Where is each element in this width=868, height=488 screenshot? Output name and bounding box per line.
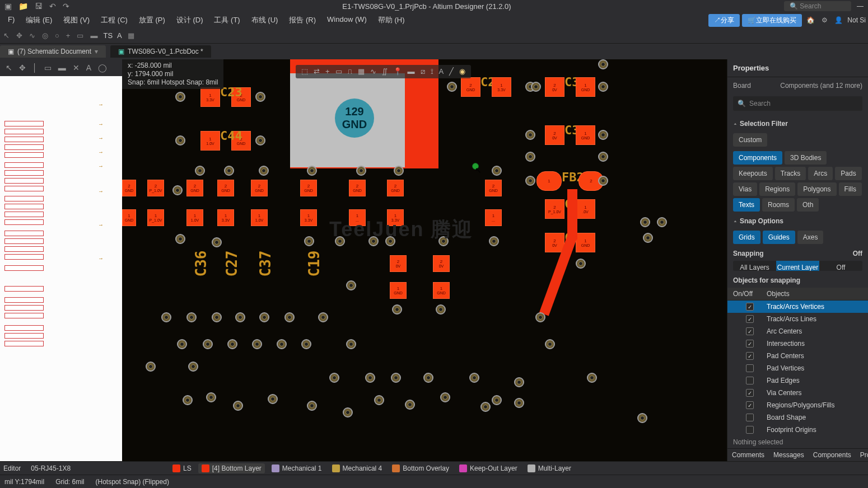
via[interactable] <box>346 280 356 290</box>
via[interactable] <box>206 392 216 402</box>
via[interactable] <box>640 217 650 227</box>
via[interactable] <box>598 59 608 69</box>
via[interactable] <box>525 152 535 162</box>
ab-meas-icon[interactable]: ⟟ <box>431 67 433 76</box>
tool-via[interactable]: ◎ <box>41 30 49 41</box>
via[interactable] <box>203 339 213 349</box>
snap-axes[interactable]: Axes <box>797 231 824 244</box>
ab-layer-icon[interactable]: ▬ <box>408 67 415 76</box>
scope-detail[interactable]: Components (and 12 more) <box>780 82 862 90</box>
section-snap-options[interactable]: Snap Options <box>727 214 868 228</box>
pad[interactable]: 13.3V <box>300 209 317 226</box>
pad[interactable]: 2GND <box>251 180 268 196</box>
paneltab-messages[interactable]: Messages <box>769 449 809 461</box>
via[interactable] <box>186 312 197 322</box>
ab-dot-icon[interactable]: ◉ <box>459 67 465 76</box>
ab-sel-icon[interactable]: ⬚ <box>301 67 308 76</box>
gear-icon[interactable]: ⚙ <box>819 16 830 24</box>
layer-keep-out-layer[interactable]: Keep-Out Layer <box>456 463 521 473</box>
via[interactable] <box>576 259 586 269</box>
snapobj-arc-centers[interactable]: Arc Centers <box>727 325 868 337</box>
via[interactable] <box>356 166 366 176</box>
via[interactable] <box>525 130 535 140</box>
minimize-icon[interactable]: — <box>857 2 864 10</box>
pad[interactable]: 13.3V <box>492 77 511 97</box>
pad[interactable]: 1GND <box>433 282 450 299</box>
via[interactable] <box>161 312 171 322</box>
via[interactable] <box>365 373 375 383</box>
chevron-down-icon[interactable]: ▾ <box>95 48 98 55</box>
via[interactable] <box>301 339 311 349</box>
props-search[interactable]: 🔍 Search <box>733 96 862 111</box>
via[interactable] <box>195 166 205 176</box>
pad[interactable]: 13.3V <box>217 209 234 226</box>
via[interactable] <box>277 339 287 349</box>
pad[interactable]: 1 <box>536 171 562 191</box>
snaptab-current-layer[interactable]: Current Layer <box>776 261 819 271</box>
filter-fills[interactable]: Fills <box>839 182 862 196</box>
tool-move[interactable]: ✥ <box>15 30 24 41</box>
pad[interactable]: 1... <box>485 209 502 226</box>
snapobj-pad-centers[interactable]: Pad Centers <box>727 350 868 362</box>
menu-tools[interactable]: 工具 (T) <box>208 13 245 27</box>
sch-text-icon[interactable]: A <box>86 63 91 72</box>
filter-arcs[interactable]: Arcs <box>808 167 833 180</box>
tool-rect[interactable]: ▭ <box>76 30 85 41</box>
via[interactable] <box>318 312 328 322</box>
via[interactable] <box>531 82 541 92</box>
save-icon[interactable]: 🖫 <box>35 2 43 11</box>
ab-filter-icon[interactable]: ⇄ <box>314 67 320 76</box>
via[interactable] <box>643 233 653 243</box>
ab-rect-icon[interactable]: ▭ <box>335 67 342 76</box>
via[interactable] <box>405 400 415 410</box>
ab-text-icon[interactable]: A <box>439 67 444 76</box>
via[interactable] <box>343 407 353 417</box>
layer-mechanical-1[interactable]: Mechanical 1 <box>268 463 325 473</box>
via[interactable] <box>598 82 608 92</box>
via[interactable] <box>492 395 502 405</box>
tab-schematic[interactable]: ▣ (7) Schematic Document ▾ <box>0 45 106 58</box>
pad[interactable]: 13.3V <box>200 87 220 107</box>
filter-vias[interactable]: Vias <box>733 182 757 196</box>
via[interactable] <box>146 362 156 372</box>
pad[interactable]: 2GND <box>349 180 366 196</box>
pad[interactable]: 20V <box>390 255 407 272</box>
buy-button[interactable]: 🛒立即在线购买 <box>742 14 802 27</box>
ab-diff-icon[interactable]: ∬ <box>382 67 388 76</box>
snaptab-off[interactable]: Off <box>819 261 862 271</box>
via[interactable] <box>374 395 384 405</box>
via[interactable] <box>587 373 597 383</box>
signin-status[interactable]: Not Si <box>847 16 866 24</box>
menu-file[interactable]: F) <box>2 13 20 27</box>
pad[interactable]: 2GND <box>217 180 234 196</box>
via[interactable] <box>235 312 245 322</box>
via[interactable] <box>175 135 185 146</box>
snapobj-check[interactable] <box>746 340 754 348</box>
share-button[interactable]: ↗分享 <box>708 14 740 27</box>
via[interactable] <box>394 166 404 176</box>
via[interactable] <box>307 166 317 176</box>
snapobj-pad-vertices[interactable]: Pad Vertices <box>727 362 868 374</box>
filter-polygons[interactable]: Polygons <box>797 182 836 196</box>
menu-help[interactable]: 帮助 (H) <box>372 13 410 27</box>
via[interactable] <box>598 130 608 140</box>
via[interactable] <box>469 373 479 383</box>
sch-arc-icon[interactable]: ◯ <box>98 63 107 72</box>
menu-window[interactable]: Window (W) <box>321 13 372 27</box>
layer-ls[interactable]: LS <box>169 463 195 473</box>
layer-bottom-overlay[interactable]: Bottom Overlay <box>389 463 452 473</box>
snapobj-check[interactable] <box>746 414 754 421</box>
via[interactable] <box>514 398 524 408</box>
schematic-canvas[interactable]: → → → → → → → → <box>0 76 122 461</box>
snapobj-pad-edges[interactable]: Pad Edges <box>727 374 868 387</box>
tool-fill[interactable]: ▬ <box>89 30 99 41</box>
pad[interactable]: 2GND <box>485 180 502 196</box>
menu-design[interactable]: 设计 (D) <box>171 13 209 27</box>
via[interactable] <box>188 362 198 372</box>
paneltab-propert[interactable]: Propert <box>856 449 868 461</box>
via[interactable] <box>598 152 608 162</box>
via[interactable] <box>598 176 608 186</box>
via[interactable] <box>637 413 647 423</box>
menu-project[interactable]: 工程 (C) <box>95 13 133 27</box>
track[interactable] <box>567 189 577 240</box>
